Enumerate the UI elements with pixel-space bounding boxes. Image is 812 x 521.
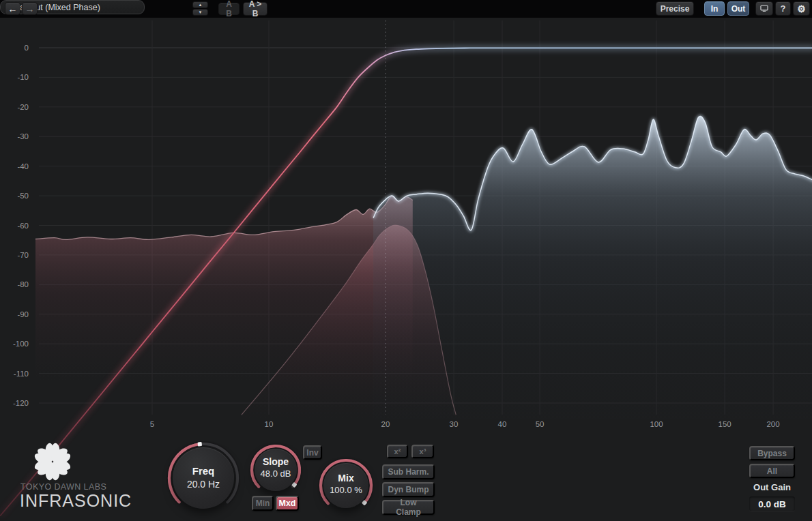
freq-knob[interactable]: Freq 20.0 Hz <box>166 441 241 516</box>
out-gain-value-field[interactable]: 0.0 dB <box>749 496 795 511</box>
arrow-right-icon: → <box>25 3 35 14</box>
tdr-flower-logo-icon <box>32 443 73 481</box>
product-name: INFRASONIC <box>20 491 156 511</box>
preset-back-button[interactable]: ← <box>5 2 20 15</box>
precise-mode-button[interactable]: Precise <box>656 1 694 16</box>
low-clamp-button[interactable]: Low Clamp <box>382 500 435 515</box>
copy-a-to-b-button[interactable]: A > B <box>243 2 267 16</box>
mix-knob-face[interactable] <box>323 463 368 508</box>
chevron-up-icon: ▲ <box>199 3 203 7</box>
preset-name: Clear Cut (Mixed Phase) <box>7 3 100 12</box>
preset-step-up-button[interactable]: ▲ <box>192 1 208 8</box>
settings-button[interactable]: ⚙ <box>793 1 810 16</box>
arrow-left-icon: ← <box>8 3 18 14</box>
mix-knob[interactable]: Mix 100.0 % <box>317 456 375 515</box>
sub-harmonics-button[interactable]: Sub Harm. <box>382 464 435 479</box>
freq-knob-face[interactable] <box>173 447 234 509</box>
help-button[interactable]: ? <box>775 1 791 16</box>
out-gain-label: Out Gain <box>749 481 795 494</box>
spectrum-display[interactable] <box>0 0 812 521</box>
plugin-window: 0-10-20-30-40-50-60-70-80-90-100-110-120… <box>0 0 812 521</box>
ab-toggle-button[interactable]: A B <box>218 3 240 15</box>
x3-button[interactable]: x³ <box>411 445 434 458</box>
preset-step-down-button[interactable]: ▼ <box>192 9 208 16</box>
invert-button[interactable]: Inv <box>303 445 322 460</box>
x2-button[interactable]: x² <box>387 445 408 458</box>
gear-icon: ⚙ <box>797 3 806 14</box>
slope-knob-face[interactable] <box>255 449 297 491</box>
bypass-button[interactable]: Bypass <box>749 446 795 460</box>
chevron-down-icon: ▼ <box>199 10 203 14</box>
display-settings-button[interactable] <box>755 1 773 16</box>
output-spectrum-toggle[interactable]: Out <box>727 1 749 16</box>
preset-forward-button[interactable]: → <box>22 2 38 15</box>
display-icon <box>760 4 768 13</box>
slope-knob[interactable]: Slope 48.0 dB <box>248 442 304 498</box>
toolbar: ← → Clear Cut (Mixed Phase) ▲ ▼ A B A > … <box>0 0 812 18</box>
help-icon: ? <box>781 3 786 14</box>
company-name: TOKYO DAWN LABS <box>20 482 143 492</box>
mixed-phase-button[interactable]: Mxd <box>276 496 299 511</box>
dyn-bump-button[interactable]: Dyn Bump <box>382 482 435 497</box>
all-button[interactable]: All <box>749 464 795 478</box>
input-spectrum-toggle[interactable]: In <box>704 1 725 16</box>
min-phase-button[interactable]: Min <box>252 496 274 511</box>
